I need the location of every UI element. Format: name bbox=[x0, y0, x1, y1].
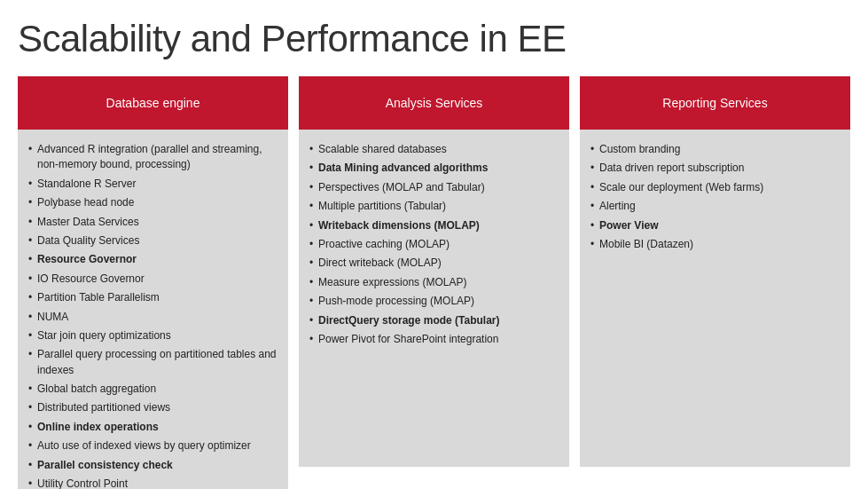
list-item: Proactive caching (MOLAP) bbox=[309, 237, 559, 252]
column-header-database-engine: Database engine bbox=[18, 76, 288, 130]
list-item: Data driven report subscription bbox=[590, 161, 840, 176]
list-item: Master Data Services bbox=[28, 215, 278, 230]
page-title: Scalability and Performance in EE bbox=[18, 18, 850, 60]
list-item: Standalone R Server bbox=[28, 177, 278, 192]
list-item: Auto use of indexed views by query optim… bbox=[28, 438, 278, 454]
column-database-engine: Database engineAdvanced R integration (p… bbox=[18, 76, 288, 489]
column-list-analysis-services: Scalable shared databasesData Mining adv… bbox=[309, 142, 559, 347]
list-item: Data Mining advanced algorithms bbox=[309, 161, 559, 176]
list-item: IO Resource Governor bbox=[28, 272, 278, 287]
list-item: Distributed partitioned views bbox=[28, 400, 278, 415]
list-item: Global batch aggregation bbox=[28, 382, 278, 397]
list-item: Scale our deployment (Web farms) bbox=[590, 180, 840, 195]
list-item: Multiple partitions (Tabular) bbox=[309, 199, 559, 214]
list-item: DirectQuery storage mode (Tabular) bbox=[309, 313, 559, 328]
column-body-analysis-services: Scalable shared databasesData Mining adv… bbox=[299, 130, 569, 467]
list-item: Utility Control Point bbox=[28, 477, 278, 489]
column-list-reporting-services: Custom brandingData driven report subscr… bbox=[590, 142, 840, 252]
list-item: Polybase head node bbox=[28, 195, 278, 210]
list-item: Data Quality Services bbox=[28, 233, 278, 248]
list-item: Advanced R integration (parallel and str… bbox=[28, 142, 278, 173]
list-item: Perspectives (MOLAP and Tabular) bbox=[309, 180, 559, 195]
list-item: Online index operations bbox=[28, 420, 278, 435]
column-header-analysis-services: Analysis Services bbox=[299, 76, 569, 130]
list-item: Parallel consistency check bbox=[28, 458, 278, 473]
list-item: Scalable shared databases bbox=[309, 142, 559, 157]
list-item: Writeback dimensions (MOLAP) bbox=[309, 218, 559, 233]
column-analysis-services: Analysis ServicesScalable shared databas… bbox=[299, 76, 569, 467]
list-item: Parallel query processing on partitioned… bbox=[28, 347, 278, 378]
list-item: Push-mode processing (MOLAP) bbox=[309, 294, 559, 309]
column-body-database-engine: Advanced R integration (parallel and str… bbox=[18, 130, 288, 489]
columns-container: Database engineAdvanced R integration (p… bbox=[18, 76, 850, 489]
list-item: Star join query optimizations bbox=[28, 328, 278, 343]
list-item: NUMA bbox=[28, 310, 278, 325]
list-item: Measure expressions (MOLAP) bbox=[309, 275, 559, 290]
list-item: Custom branding bbox=[590, 142, 840, 157]
list-item: Mobile BI (Datazen) bbox=[590, 237, 840, 252]
column-list-database-engine: Advanced R integration (parallel and str… bbox=[28, 142, 278, 489]
list-item: Resource Governor bbox=[28, 252, 278, 267]
list-item: Power View bbox=[590, 218, 840, 233]
list-item: Direct writeback (MOLAP) bbox=[309, 256, 559, 271]
column-reporting-services: Reporting ServicesCustom brandingData dr… bbox=[580, 76, 850, 467]
list-item: Power Pivot for SharePoint integration bbox=[309, 332, 559, 347]
column-body-reporting-services: Custom brandingData driven report subscr… bbox=[580, 130, 850, 467]
list-item: Alerting bbox=[590, 199, 840, 214]
column-header-reporting-services: Reporting Services bbox=[580, 76, 850, 130]
list-item: Partition Table Parallelism bbox=[28, 290, 278, 305]
page: Scalability and Performance in EE Databa… bbox=[0, 0, 868, 489]
